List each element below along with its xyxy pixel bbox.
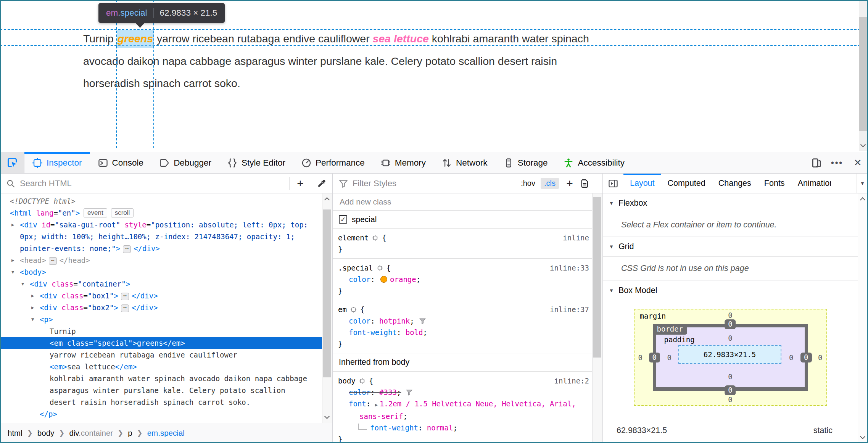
markup-scrollbar[interactable] [322, 193, 332, 423]
boxmodel-section-header[interactable]: ▼ Box Model [603, 280, 858, 300]
margin-bottom-value[interactable]: 0 [728, 395, 732, 404]
selector-highlighter-icon[interactable] [350, 306, 357, 313]
inline-ellipsis-badge[interactable]: ⋯ [123, 245, 131, 253]
tab-layout[interactable]: Layout [623, 174, 661, 193]
scroll-up-arrow-icon[interactable] [860, 197, 865, 203]
eyedropper-button[interactable] [311, 179, 332, 188]
border-right-value[interactable]: 0 [800, 353, 812, 362]
layout-scrollbar[interactable] [858, 193, 868, 443]
markup-row-selected[interactable]: <em class="special">greens</em> [0, 337, 322, 349]
tab-debugger[interactable]: Debugger [151, 152, 219, 173]
inline-ellipsis-badge[interactable]: ⋯ [49, 257, 57, 265]
tab-network[interactable]: Network [434, 152, 496, 173]
property-value[interactable]: hotpink [379, 317, 410, 325]
property-value[interactable]: orange [390, 275, 416, 284]
expand-arrow-icon[interactable]: ▶ [11, 255, 14, 266]
inline-ellipsis-badge[interactable]: ⋯ [121, 304, 129, 312]
margin-right-value[interactable]: 0 [818, 353, 822, 362]
tab-performance[interactable]: Performance [293, 152, 373, 173]
rules-scrollbar-thumb[interactable] [593, 197, 601, 358]
tab-storage[interactable]: Storage [496, 152, 556, 173]
all-tabs-menu-button[interactable]: ▼ [857, 174, 868, 193]
rule-source-link[interactable]: inline:37 [550, 304, 589, 315]
tab-inspector[interactable]: Inspector [24, 152, 90, 173]
sidebar-toggle-button[interactable] [603, 174, 623, 193]
css-declaration[interactable]: font: ▶1.2em / 1.5 Helvetica Neue, Helve… [338, 398, 592, 422]
tab-memory[interactable]: Memory [373, 152, 434, 173]
collapse-arrow-icon[interactable]: ▼ [31, 314, 34, 325]
padding-right-value[interactable]: 0 [789, 353, 793, 362]
scroll-down-arrow-icon[interactable] [860, 434, 865, 439]
border-top-value[interactable]: 0 [725, 319, 736, 329]
border-bottom-value[interactable]: 0 [725, 385, 736, 395]
rule-selector[interactable]: em [338, 305, 347, 314]
rule-selector[interactable]: body [338, 377, 356, 385]
devtools-menu-button[interactable]: ••• [827, 152, 847, 173]
node-picker-button[interactable] [0, 152, 24, 173]
color-swatch[interactable] [380, 276, 387, 283]
add-node-button[interactable]: + [290, 177, 311, 190]
add-new-class-input[interactable]: Add new class [333, 193, 592, 211]
expand-arrow-icon[interactable]: ▶ [11, 219, 14, 231]
markup-scrollbar-thumb[interactable] [323, 209, 331, 377]
markup-row[interactable]: ▼<p> [0, 314, 317, 325]
rule-source-link[interactable]: inline:33 [550, 262, 589, 274]
property-value[interactable]: #333 [379, 388, 397, 396]
responsive-design-mode-button[interactable] [806, 152, 827, 173]
margin-top-value[interactable]: 0 [728, 311, 732, 319]
em-special-highlighted[interactable]: greens [117, 30, 154, 48]
rule-selector[interactable]: .special [338, 264, 373, 272]
expand-arrow-icon[interactable]: ▶ [375, 402, 378, 408]
breadcrumb-item-html[interactable]: html [8, 429, 23, 438]
search-html-input[interactable]: Search HTML [0, 179, 289, 188]
breadcrumb-item-div.container[interactable]: div.container [69, 429, 113, 438]
property-name[interactable]: color [349, 317, 370, 325]
filter-styles-input[interactable]: Filter Styles [333, 179, 518, 188]
tab-computed[interactable]: Computed [661, 174, 712, 193]
collapse-arrow-icon[interactable]: ▼ [21, 278, 24, 290]
tab-console[interactable]: Console [90, 152, 152, 173]
css-declaration[interactable]: color: orange; [338, 274, 592, 285]
css-declaration[interactable]: color: hotpink; [338, 315, 592, 327]
border-left-value[interactable]: 0 [649, 353, 660, 362]
inline-ellipsis-badge[interactable]: ⋯ [121, 293, 129, 300]
breadcrumb-item-body[interactable]: body [37, 429, 54, 438]
class-checkbox[interactable]: ✓ [339, 215, 347, 224]
markup-row[interactable]: ▶<div class="box2">⋯</div> [0, 302, 317, 314]
event-badge[interactable]: event [84, 208, 107, 217]
margin-left-value[interactable]: 0 [638, 353, 643, 362]
breadcrumb-item-em.special[interactable]: em.special [147, 429, 185, 438]
css-declaration[interactable]: font-weight: bold; [338, 327, 592, 338]
padding-bottom-value[interactable]: 0 [728, 372, 732, 381]
print-media-simulation-icon[interactable] [580, 179, 589, 188]
scroll-down-arrow-icon[interactable] [324, 414, 330, 419]
rule-selector[interactable]: element [338, 234, 369, 242]
markup-row[interactable]: ▼<body> [0, 266, 317, 278]
tab-changes[interactable]: Changes [712, 174, 758, 193]
page-scrollbar-thumb[interactable] [859, 17, 867, 131]
computed-sub-declaration[interactable]: font-weight: normal; [338, 422, 592, 433]
boxmodel-content-box[interactable]: 62.9833×21.5 [678, 345, 781, 364]
markup-row[interactable]: ▶<head>⋯</head> [0, 255, 317, 266]
markup-row[interactable]: <!DOCTYPE html> [0, 195, 317, 207]
property-name[interactable]: font-weight [349, 328, 397, 337]
flexbox-section-header[interactable]: ▼ Flexbox [603, 193, 858, 213]
markup-row[interactable]: Turnip [0, 325, 317, 337]
add-rule-button[interactable]: + [561, 177, 578, 190]
property-value[interactable]: 1.2em / 1.5 Helvetica Neue, Helvetica, A… [359, 400, 576, 420]
grid-section-header[interactable]: ▼ Grid [603, 237, 858, 257]
property-name[interactable]: font [349, 400, 366, 408]
markup-row[interactable]: <html lang="en">eventscroll [0, 207, 317, 219]
toggle-pseudo-classes-button[interactable]: :hov [518, 178, 538, 189]
markup-row[interactable]: <em>sea lettuce</em> [0, 361, 317, 373]
property-name[interactable]: color [349, 388, 370, 396]
css-declaration[interactable]: color: #333; [338, 387, 592, 398]
property-name[interactable]: font-weight [370, 424, 418, 432]
tab-style-editor[interactable]: Style Editor [219, 152, 293, 173]
scroll-badge[interactable]: scroll [111, 208, 134, 217]
devtools-close-button[interactable]: ✕ [847, 152, 868, 173]
collapse-arrow-icon[interactable]: ▼ [11, 266, 14, 278]
expand-arrow-icon[interactable]: ▶ [31, 290, 34, 302]
toggle-classes-button[interactable]: .cls [541, 178, 559, 189]
markup-row[interactable]: ▶<div id="saka-gui-root" style="position… [0, 219, 317, 255]
